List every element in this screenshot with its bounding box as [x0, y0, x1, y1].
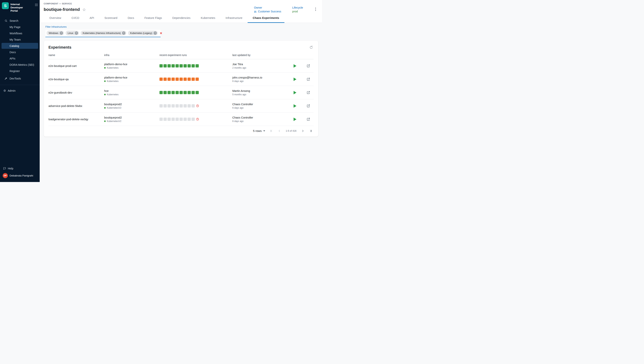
- tab-feature-flags[interactable]: Feature Flags: [139, 13, 167, 23]
- run-status-square[interactable]: [179, 78, 183, 81]
- open-in-new-icon[interactable]: [306, 64, 310, 68]
- run-status-square[interactable]: [159, 64, 163, 68]
- sidebar-item-register[interactable]: Register: [2, 68, 38, 74]
- apps-grid-icon[interactable]: [35, 4, 38, 7]
- run-status-square[interactable]: [163, 104, 167, 108]
- open-in-new-icon[interactable]: [306, 91, 310, 94]
- tab-api[interactable]: API: [85, 13, 99, 23]
- clear-filters-icon[interactable]: ×: [159, 31, 163, 35]
- tab-scorecard[interactable]: Scorecard: [99, 13, 123, 23]
- run-status-square[interactable]: [175, 104, 179, 108]
- refresh-icon[interactable]: [309, 45, 313, 50]
- open-in-new-icon[interactable]: [306, 118, 310, 121]
- run-status-square[interactable]: [187, 118, 191, 121]
- open-in-new-icon[interactable]: [306, 77, 310, 81]
- run-status-square[interactable]: [163, 78, 167, 81]
- chip-remove-icon[interactable]: ×: [154, 32, 157, 35]
- run-status-square[interactable]: [179, 118, 183, 121]
- sidebar-item-apis[interactable]: APIs: [2, 56, 38, 61]
- tab-dependencies[interactable]: Dependencies: [167, 13, 196, 23]
- sidebar-item-search[interactable]: Search: [2, 18, 38, 24]
- run-experiment-button[interactable]: [293, 64, 296, 68]
- next-page-button[interactable]: [301, 129, 304, 133]
- tab-kubernetes[interactable]: Kubernetes: [196, 13, 220, 23]
- sidebar-item-devtools[interactable]: DevTools: [2, 76, 38, 82]
- run-status-square[interactable]: [167, 78, 171, 81]
- run-status-square[interactable]: [159, 118, 163, 121]
- chip-remove-icon[interactable]: ×: [60, 32, 63, 35]
- rows-per-page-select[interactable]: 5 rows: [253, 129, 265, 133]
- run-status-square[interactable]: [167, 104, 171, 108]
- run-status-square[interactable]: [163, 91, 167, 94]
- run-status-square[interactable]: [159, 78, 163, 81]
- run-status-square[interactable]: [175, 78, 179, 81]
- filter-chip-linux[interactable]: Linux×: [66, 31, 79, 36]
- tab-ci-cd[interactable]: CI/CD: [66, 13, 84, 23]
- run-status-square[interactable]: [175, 91, 179, 94]
- filter-chip-kubernetes-harness-infrastructure[interactable]: Kubernetes (Harness Infrastructure)×: [81, 31, 126, 36]
- run-status-square[interactable]: [196, 91, 199, 94]
- sidebar-item-admin[interactable]: ⚙ Admin: [0, 88, 40, 94]
- run-experiment-button[interactable]: [293, 104, 296, 108]
- favorite-star-icon[interactable]: ☆: [82, 8, 86, 12]
- tab-infrastructure[interactable]: Infrastructure: [220, 13, 248, 23]
- run-status-square[interactable]: [187, 91, 191, 94]
- tab-docs[interactable]: Docs: [122, 13, 139, 23]
- run-status-square[interactable]: [187, 78, 191, 81]
- run-status-square[interactable]: [163, 64, 167, 68]
- sidebar-item-catalog[interactable]: Catalog: [2, 43, 38, 49]
- run-status-square[interactable]: [175, 118, 179, 121]
- last-page-button[interactable]: [309, 129, 312, 133]
- run-status-square[interactable]: [191, 104, 195, 108]
- run-status-square[interactable]: [191, 78, 195, 81]
- run-status-square[interactable]: [167, 64, 171, 68]
- run-status-square[interactable]: [175, 64, 179, 68]
- run-status-square[interactable]: [167, 91, 171, 94]
- user-menu[interactable]: DP Debabrata Panigrahi: [0, 172, 40, 179]
- first-page-button[interactable]: [270, 129, 273, 133]
- run-experiment-button[interactable]: [293, 91, 296, 94]
- run-status-square[interactable]: [159, 104, 163, 108]
- run-status-square[interactable]: [171, 118, 175, 121]
- run-status-square[interactable]: [183, 118, 187, 121]
- sidebar-item-my-team[interactable]: My Team: [2, 36, 38, 42]
- filter-chip-kubernetes-legacy[interactable]: Kubernetes (Legacy)×: [128, 31, 158, 36]
- run-status-square[interactable]: [187, 104, 191, 108]
- chip-remove-icon[interactable]: ×: [122, 32, 125, 35]
- run-status-square[interactable]: [171, 104, 175, 108]
- previous-page-button[interactable]: [278, 129, 281, 133]
- tab-overview[interactable]: Overview: [44, 13, 66, 23]
- tab-chaos-experiments[interactable]: Chaos Experiments: [248, 13, 284, 23]
- sidebar-item-workflows[interactable]: Workflows: [2, 30, 38, 36]
- run-status-square[interactable]: [179, 64, 183, 68]
- run-status-square[interactable]: [183, 78, 187, 81]
- run-status-square[interactable]: [196, 64, 199, 68]
- run-experiment-button[interactable]: [293, 118, 296, 121]
- run-status-square[interactable]: [196, 78, 199, 81]
- sidebar-item-my-page[interactable]: My Page: [2, 24, 38, 30]
- run-status-square[interactable]: [171, 78, 175, 81]
- run-experiment-button[interactable]: [293, 78, 296, 81]
- more-options-icon[interactable]: [314, 7, 317, 12]
- run-status-square[interactable]: [183, 91, 187, 94]
- run-status-square[interactable]: [167, 118, 171, 121]
- help-button[interactable]: Help: [0, 165, 40, 172]
- run-status-square[interactable]: [187, 64, 191, 68]
- run-status-square[interactable]: [171, 64, 175, 68]
- run-status-square[interactable]: [191, 64, 195, 68]
- owner-link[interactable]: Customer Success: [254, 10, 281, 13]
- run-status-square[interactable]: [179, 91, 183, 94]
- run-status-square[interactable]: [163, 118, 167, 121]
- run-status-square[interactable]: [179, 104, 183, 108]
- chip-remove-icon[interactable]: ×: [75, 32, 78, 35]
- run-status-square[interactable]: [159, 91, 163, 94]
- filter-chip-windows[interactable]: Windows×: [47, 31, 64, 36]
- infrastructure-filter-input[interactable]: Windows×Linux×Kubernetes (Harness Infras…: [45, 30, 161, 37]
- run-status-square[interactable]: [191, 118, 195, 121]
- run-status-square[interactable]: [183, 104, 187, 108]
- run-status-square[interactable]: [171, 91, 175, 94]
- sidebar-item-dora-metrics-sei[interactable]: DORA Metrics (SEI): [2, 62, 38, 68]
- open-in-new-icon[interactable]: [306, 104, 310, 108]
- sidebar-item-docs[interactable]: Docs: [2, 49, 38, 55]
- run-status-square[interactable]: [183, 64, 187, 68]
